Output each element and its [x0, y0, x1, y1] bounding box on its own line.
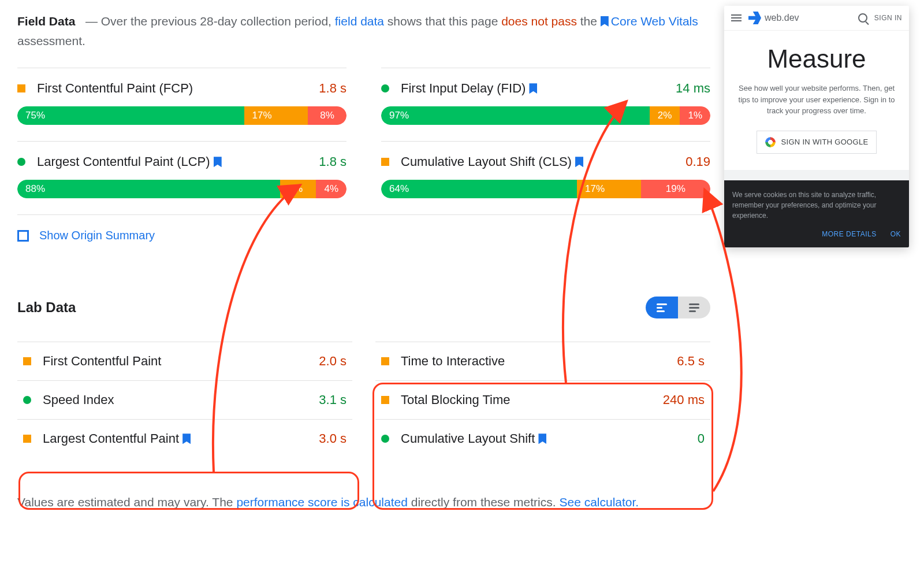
status-dot-icon [23, 396, 31, 404]
lab-metrics-grid: First Contentful Paint 2.0 s Time to Int… [17, 342, 710, 458]
lab-metric-row[interactable]: Total Blocking Time 240 ms [375, 380, 710, 419]
bookmark-icon [214, 157, 222, 167]
sign-in-link[interactable]: SIGN IN [874, 14, 902, 22]
lab-metric-value: 240 ms [663, 392, 705, 407]
view-toggle-compact[interactable] [678, 297, 710, 318]
metric-value: 1.8 s [319, 81, 346, 96]
metric-name: First Contentful Paint (FCP) [37, 81, 319, 96]
metric-name: Largest Contentful Paint (LCP) [37, 154, 319, 169]
status-dot-icon [381, 435, 389, 443]
lab-metric-row[interactable]: First Contentful Paint 2.0 s [17, 342, 352, 380]
metric-value: 0.19 [685, 154, 710, 169]
lab-metric-row[interactable]: Largest Contentful Paint 3.0 s [17, 419, 352, 458]
lab-metric-name: Total Blocking Time [401, 392, 663, 407]
metric-name: Cumulative Layout Shift (CLS) [401, 154, 685, 169]
core-web-vitals-link[interactable]: Core Web Vitals [611, 14, 698, 28]
bookmark-icon [182, 433, 191, 444]
cookie-more-details[interactable]: MORE DETAILS [822, 229, 876, 239]
status-dot-icon [381, 396, 389, 404]
cookie-banner: We serve cookies on this site to analyze… [724, 180, 909, 247]
lab-metric-name: Cumulative Layout Shift [401, 431, 698, 446]
status-dot-icon [23, 357, 31, 365]
measure-description: See how well your website performs. Then… [733, 83, 900, 117]
lab-metric-value: 3.1 s [319, 392, 346, 407]
phone-preview: web.dev SIGN IN Measure See how well you… [724, 6, 909, 247]
status-dot-icon [381, 357, 389, 365]
bookmark-icon [601, 16, 609, 27]
metric-name: First Input Delay (FID) [401, 81, 676, 96]
cookie-ok[interactable]: OK [891, 229, 901, 239]
search-icon[interactable] [858, 13, 867, 23]
view-toggle[interactable] [646, 297, 710, 318]
fail-text: does not pass [501, 14, 577, 28]
field-metric[interactable]: Cumulative Layout Shift (CLS) 0.19 64% 1… [381, 141, 710, 214]
perf-score-link[interactable]: performance score is calculated [236, 495, 407, 509]
status-dot-icon [17, 84, 25, 92]
status-dot-icon [23, 435, 31, 443]
field-metric[interactable]: Largest Contentful Paint (LCP) 1.8 s 88%… [17, 141, 346, 214]
lab-metric-value: 0 [698, 431, 705, 446]
sign-in-google-button[interactable]: SIGN IN WITH GOOGLE [757, 131, 877, 154]
lab-metric-name: Time to Interactive [401, 354, 677, 369]
distribution-bar: 88% 7% 4% [17, 180, 346, 198]
lab-metric-row[interactable]: Time to Interactive 6.5 s [375, 342, 710, 380]
lab-metric-name: First Contentful Paint [43, 354, 319, 369]
lab-metric-value: 2.0 s [319, 354, 346, 369]
menu-icon[interactable] [731, 14, 742, 21]
field-metrics-grid: First Contentful Paint (FCP) 1.8 s 75% 1… [17, 68, 710, 214]
field-data-link[interactable]: field data [335, 14, 384, 28]
field-metric[interactable]: First Input Delay (FID) 14 ms 97% 2% 1% [381, 68, 710, 141]
bookmark-icon [529, 83, 537, 94]
field-data-title: Field Data [17, 14, 75, 28]
status-dot-icon [17, 158, 25, 166]
status-dot-icon [381, 84, 389, 92]
show-origin-summary[interactable]: Show Origin Summary [17, 214, 710, 256]
measure-heading: Measure [733, 45, 900, 73]
bookmark-icon [538, 433, 546, 444]
bookmark-icon [575, 157, 583, 167]
google-icon [765, 137, 776, 147]
lab-data-title: Lab Data [17, 299, 76, 316]
lab-metric-name: Largest Contentful Paint [43, 431, 319, 446]
lab-metric-row[interactable]: Cumulative Layout Shift 0 [375, 419, 710, 458]
webdev-mark-icon [748, 12, 761, 24]
lab-metric-name: Speed Index [43, 392, 319, 407]
distribution-bar: 75% 17% 8% [17, 106, 346, 125]
status-dot-icon [381, 158, 389, 166]
footnote: Values are estimated and may vary. The p… [17, 492, 710, 512]
distribution-bar: 64% 17% 19% [381, 180, 710, 198]
lab-metric-row[interactable]: Speed Index 3.1 s [17, 380, 352, 419]
webdev-logo[interactable]: web.dev [748, 12, 799, 24]
field-metric[interactable]: First Contentful Paint (FCP) 1.8 s 75% 1… [17, 68, 346, 141]
distribution-bar: 97% 2% 1% [381, 106, 710, 125]
metric-value: 1.8 s [319, 154, 346, 169]
view-toggle-detailed[interactable] [646, 297, 678, 318]
field-data-intro: Field Data — Over the previous 28-day co… [17, 12, 710, 50]
checkbox-icon[interactable] [17, 230, 29, 242]
metric-value: 14 ms [676, 81, 710, 96]
lab-metric-value: 3.0 s [319, 431, 346, 446]
lab-metric-value: 6.5 s [677, 354, 705, 369]
see-calculator-link[interactable]: See calculator. [559, 495, 639, 509]
